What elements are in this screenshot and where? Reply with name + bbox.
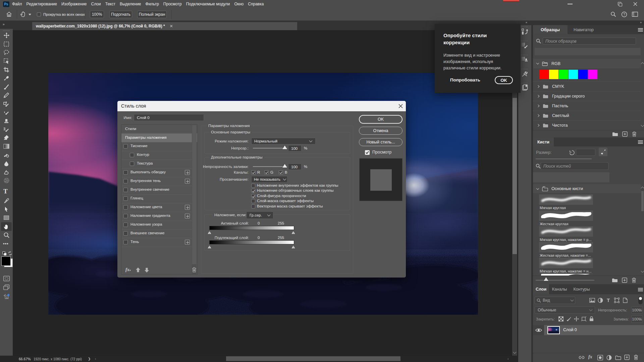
svg-text:?: ? <box>623 13 625 16</box>
